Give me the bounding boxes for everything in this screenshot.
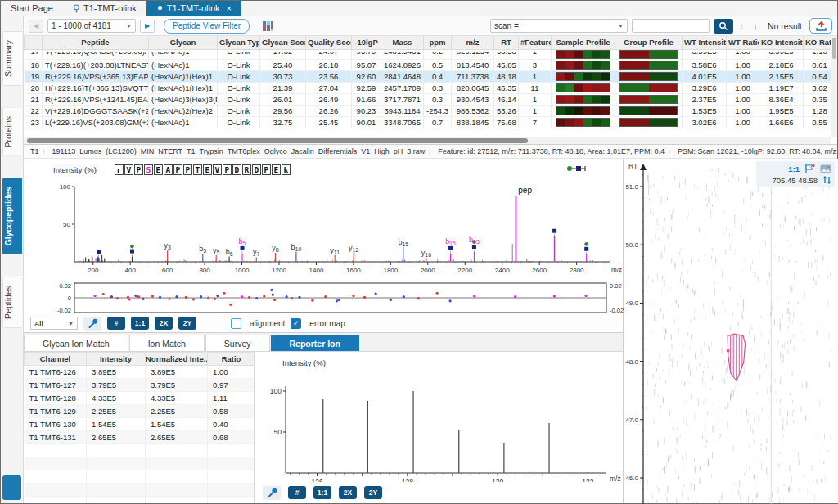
search-button[interactable] [714, 19, 733, 34]
peptide-sequence[interactable]: rVPSEAPPTEVPDRDPEk [115, 164, 291, 175]
peptide-view-filter-button[interactable]: Peptide View Filter [164, 19, 250, 34]
sequence-residue[interactable]: R [242, 164, 251, 175]
feature-grid-icon[interactable] [262, 20, 274, 32]
ion-scope-select[interactable]: All▼ [30, 317, 78, 330]
tab-start-page[interactable]: Start Page [1, 1, 63, 16]
pager-range-select[interactable]: 1 - 1000 of 4181▼ [47, 19, 136, 33]
table-row[interactable]: 20H(+229.16)T(+365.13)SVQTTSSGS...(HexNA… [25, 82, 836, 93]
column-header-sample-profile[interactable]: Sample Profile [552, 36, 615, 49]
tab-t1-tmt-olink-active[interactable]: T1-TMT-olink× [146, 1, 241, 16]
spectrum-button-2y[interactable]: 2Y [178, 317, 196, 330]
sequence-residue[interactable]: V [124, 164, 133, 175]
sidebar-item-glycopeptides[interactable]: Glycopeptides [2, 178, 22, 254]
reporter-button-[interactable]: # [288, 486, 306, 499]
sequence-residue[interactable]: P [262, 164, 271, 175]
sort-arrows-icon[interactable] [822, 175, 831, 185]
column-header-index[interactable] [25, 36, 43, 49]
spectrum-button-11[interactable]: 1:1 [131, 317, 149, 330]
sequence-residue[interactable]: D [232, 164, 241, 175]
column-header-ko-intensity[interactable]: KO Intensity [759, 36, 804, 49]
reporter-column-channel[interactable]: Channel [25, 353, 87, 366]
reporter-row[interactable]: T1 TMT6-1284.33E54.33E51.11 [25, 392, 255, 405]
sequence-residue[interactable]: P [183, 164, 192, 175]
reporter-button-2y[interactable]: 2Y [364, 486, 382, 499]
column-header-wt-intensity[interactable]: WT Intensity [683, 36, 727, 49]
breadcrumb-item[interactable]: PSM: Scan 12621, -10lgP: 92.60, RT: 48.0… [674, 147, 837, 155]
sidebar-item-peptides[interactable]: Peptides [2, 277, 22, 328]
column-header-m-z[interactable]: m/z [452, 36, 494, 49]
error-map-checkbox[interactable]: ✓ [291, 318, 301, 329]
reporter-button-2x[interactable]: 2X [339, 486, 357, 499]
column-header-glycan-score[interactable]: Glycan Score [260, 36, 306, 49]
column-header-group-profile[interactable]: Group Profile [615, 36, 683, 49]
search-input[interactable] [632, 19, 710, 33]
sequence-residue[interactable]: E [154, 164, 163, 175]
bottom-tab-ion-match[interactable]: Ion Match [129, 335, 205, 351]
table-row[interactable]: 22V(+229.16)DGGGTSAASK(+229.16)...(HexNA… [25, 105, 836, 116]
reporter-column-normalized-inte-[interactable]: Normalized Inte... [146, 353, 208, 366]
pager-next-button[interactable]: ▶ [140, 20, 155, 33]
sequence-residue-glycosylated[interactable]: S [144, 164, 153, 175]
sequence-residue[interactable]: P [173, 164, 182, 175]
tab-t1-tmt-olink[interactable]: T1-TMT-olink [63, 1, 146, 16]
spectrum-button-[interactable]: # [107, 317, 125, 330]
table-row[interactable]: 17V(+229.16)QGASS(+203.08)AAPT...(HexNAc… [25, 49, 836, 59]
alignment-checkbox[interactable] [231, 318, 241, 329]
ms2-spectrum-chart[interactable]: 5010020040060080010001200140016001800200… [24, 180, 624, 280]
search-next-button[interactable]: ↓ [750, 21, 760, 31]
table-vertical-scrollbar[interactable] [831, 36, 837, 137]
column-header-glycan[interactable]: Glycan [149, 36, 218, 49]
bottom-tab-survey[interactable]: Survey [205, 335, 270, 351]
column-header-rt[interactable]: RT [494, 36, 519, 49]
reporter-row[interactable]: T1 TMT6-1263.89E53.89E51.00 [25, 366, 255, 379]
sequence-residue[interactable]: P [223, 164, 232, 175]
reporter-row[interactable]: T1 TMT6-1292.25E52.25E50.58 [25, 405, 255, 418]
sequence-residue[interactable]: E [272, 164, 281, 175]
column-header-peptide[interactable]: Peptide [43, 36, 149, 49]
column-header-mass[interactable]: Mass [381, 36, 424, 49]
table-row[interactable]: 18T(+229.16)(+203.08)LTNEASTK(+22...(Hex… [25, 59, 836, 70]
error-map-chart[interactable]: 0.020-0.020.02-0.02 [24, 280, 624, 314]
image-icon[interactable] [820, 164, 831, 173]
search-prev-button[interactable]: ↑ [737, 21, 747, 31]
column-header-ppm[interactable]: ppm [424, 36, 452, 49]
sequence-residue[interactable]: T [193, 164, 202, 175]
column-header--10lgp[interactable]: -10lgP [352, 36, 381, 49]
export-button[interactable] [809, 18, 832, 34]
sequence-residue[interactable]: k [282, 164, 291, 175]
reporter-ion-chart[interactable]: 50100126128130132m/z [255, 373, 621, 482]
sequence-residue[interactable]: P [134, 164, 143, 175]
reporter-row[interactable]: T1 TMT6-1312.65E52.65E50.68 [25, 431, 255, 444]
breadcrumb-item[interactable]: T1 [27, 147, 43, 155]
reporter-column-intensity[interactable]: Intensity [87, 353, 146, 366]
reporter-row[interactable]: T1 TMT6-1273.79E53.79E50.97 [25, 379, 255, 392]
table-row[interactable]: 19R(+229.16)VPS(+365.13)EAPPTEVP...(HexN… [25, 70, 836, 82]
column-header-wt-ratio[interactable]: WT Ratio [727, 36, 759, 49]
sequence-residue[interactable]: E [203, 164, 212, 175]
lc-feature-map-chart[interactable]: RT46.047.048.049.050.051.0710715m/z [624, 159, 838, 504]
sidebar-item-summary[interactable]: Summary [2, 31, 22, 86]
sequence-residue[interactable]: D [252, 164, 261, 175]
table-row[interactable]: 23L(+229.16)VS(+203.08)GM(+15.99)...(Hex… [25, 116, 836, 128]
breadcrumb-item[interactable]: 191113_Lumos_(LC1200)_MIN_NTERT_T1_Tryps… [49, 147, 429, 155]
flag-icon[interactable] [804, 164, 815, 173]
reporter-column-ratio[interactable]: Ratio [208, 353, 255, 366]
reporter-settings-button[interactable] [263, 486, 281, 500]
column-header--feature[interactable]: #Feature [519, 36, 552, 49]
sequence-residue[interactable]: V [213, 164, 222, 175]
spectrum-settings-button[interactable] [83, 317, 101, 331]
spectrum-button-2x[interactable]: 2X [155, 317, 173, 330]
close-icon[interactable]: × [227, 3, 232, 13]
reporter-row[interactable]: T1 TMT6-1301.54E51.54E50.40 [25, 418, 255, 431]
sequence-residue[interactable]: A [164, 164, 173, 175]
sequence-residue[interactable]: r [115, 164, 124, 175]
reporter-button-11[interactable]: 1:1 [313, 486, 331, 499]
search-field-select[interactable]: scan =▼ [490, 19, 628, 33]
bottom-tab-reporter-ion[interactable]: Reporter Ion [271, 335, 359, 351]
table-row[interactable]: 21R(+229.16)VPS(+1241.45)EAPPTEV...(HexN… [25, 93, 836, 105]
breadcrumb-item[interactable]: Feature: id: 27512, m/z: 711.3738, RT: 4… [435, 147, 668, 155]
sidebar-item-proteins[interactable]: Proteins [2, 107, 22, 157]
table-horizontal-scrollbar[interactable] [24, 137, 831, 144]
column-header-quality-score[interactable]: Quality Score [306, 36, 352, 49]
column-header-glycan-type[interactable]: Glycan Type [218, 36, 260, 49]
